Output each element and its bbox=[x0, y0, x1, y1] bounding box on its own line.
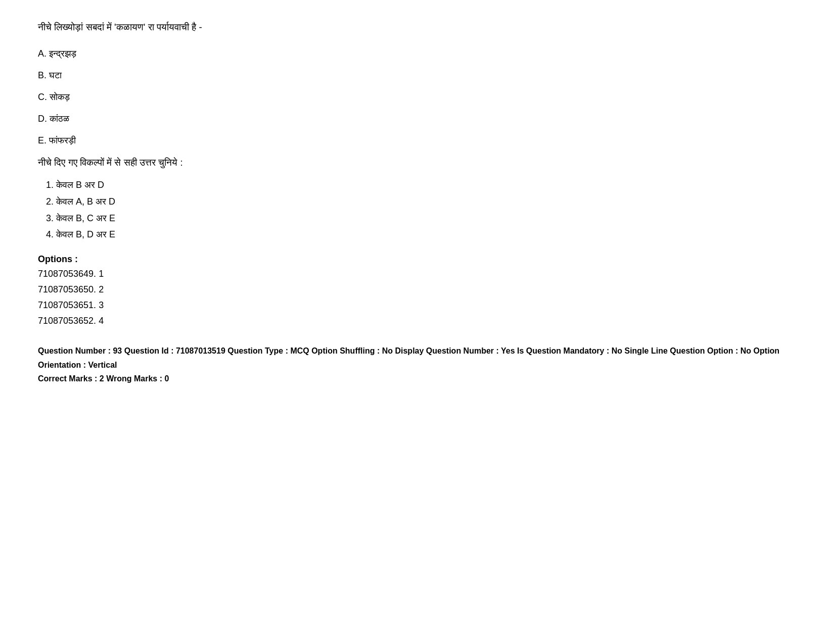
option-b-text: घटा bbox=[49, 70, 62, 80]
answer-option-1-num: 1. bbox=[46, 180, 54, 190]
answer-option-2-num: 2. bbox=[46, 196, 54, 207]
answer-option-1: 1. केवल B अर D bbox=[46, 178, 796, 192]
option-d-text: कांठळ bbox=[50, 114, 69, 124]
option-e-label: E. bbox=[38, 135, 47, 145]
options-section-label: Options : bbox=[38, 254, 796, 265]
answer-options-list: 1. केवल B अर D 2. केवल A, B अर D 3. केवल… bbox=[46, 178, 796, 242]
option-a-label: A. bbox=[38, 48, 47, 59]
option-c-text: सोकड़ bbox=[50, 92, 70, 102]
meta-line1: Question Number : 93 Question Id : 71087… bbox=[38, 344, 796, 371]
option-d-label: D. bbox=[38, 114, 47, 124]
answer-option-1-text: केवल B अर D bbox=[56, 180, 104, 190]
option-value-3-id: 71087053651. bbox=[38, 300, 96, 310]
instruction-text: नीचे दिए गए विकल्पों में से सही उत्तर चु… bbox=[38, 156, 796, 170]
answer-option-3-text: केवल B, C अर E bbox=[56, 213, 115, 223]
option-value-1-id: 71087053649. bbox=[38, 269, 96, 279]
options-list: A. इन्द्रझड़ B. घटा C. सोकड़ D. कांठळ E.… bbox=[38, 47, 796, 147]
option-value-1-val: 1 bbox=[99, 269, 104, 279]
answer-option-4-num: 4. bbox=[46, 229, 54, 239]
question-container: नीचे लिख्योड़ां सबदां में 'कळायण' रा पर्… bbox=[38, 20, 796, 385]
option-value-1: 71087053649. 1 bbox=[38, 267, 796, 281]
option-value-2-val: 2 bbox=[99, 284, 104, 294]
option-a-text: इन्द्रझड़ bbox=[49, 48, 76, 59]
option-value-3: 71087053651. 3 bbox=[38, 298, 796, 313]
answer-option-3: 3. केवल B, C अर E bbox=[46, 211, 796, 226]
meta-line2: Correct Marks : 2 Wrong Marks : 0 bbox=[38, 372, 796, 385]
option-b: B. घटा bbox=[38, 69, 796, 82]
option-values-list: 71087053649. 1 71087053650. 2 7108705365… bbox=[38, 267, 796, 328]
answer-option-3-num: 3. bbox=[46, 213, 54, 223]
option-c-label: C. bbox=[38, 92, 47, 102]
option-d: D. कांठळ bbox=[38, 112, 796, 126]
option-value-2: 71087053650. 2 bbox=[38, 282, 796, 297]
answer-option-4: 4. केवल B, D अर E bbox=[46, 227, 796, 242]
answer-option-2: 2. केवल A, B अर D bbox=[46, 194, 796, 209]
question-text: नीचे लिख्योड़ां सबदां में 'कळायण' रा पर्… bbox=[38, 20, 796, 35]
option-c: C. सोकड़ bbox=[38, 90, 796, 104]
option-value-4-val: 4 bbox=[99, 316, 104, 326]
option-e: E. फांफरड़ी bbox=[38, 134, 796, 147]
option-value-4-id: 71087053652. bbox=[38, 316, 96, 326]
option-a: A. इन्द्रझड़ bbox=[38, 47, 796, 61]
option-e-text: फांफरड़ी bbox=[49, 135, 76, 145]
answer-option-4-text: केवल B, D अर E bbox=[56, 229, 115, 239]
option-value-4: 71087053652. 4 bbox=[38, 314, 796, 328]
answer-option-2-text: केवल A, B अर D bbox=[56, 196, 115, 207]
option-value-3-val: 3 bbox=[99, 300, 104, 310]
option-value-2-id: 71087053650. bbox=[38, 284, 96, 294]
option-b-label: B. bbox=[38, 70, 47, 80]
meta-info: Question Number : 93 Question Id : 71087… bbox=[38, 344, 796, 385]
